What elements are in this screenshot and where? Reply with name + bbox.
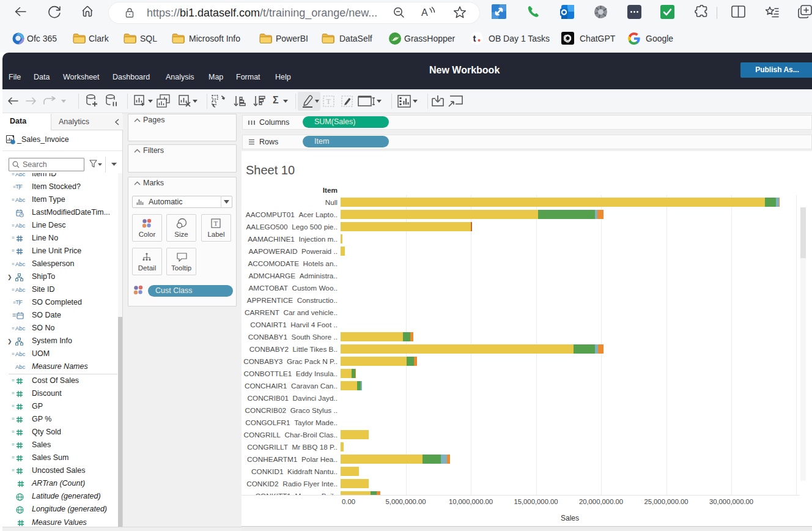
svg-text:T: T <box>214 220 218 227</box>
svg-text:A: A <box>421 7 428 18</box>
svg-text:T: T <box>327 97 331 106</box>
svg-text:t: t <box>473 33 476 43</box>
